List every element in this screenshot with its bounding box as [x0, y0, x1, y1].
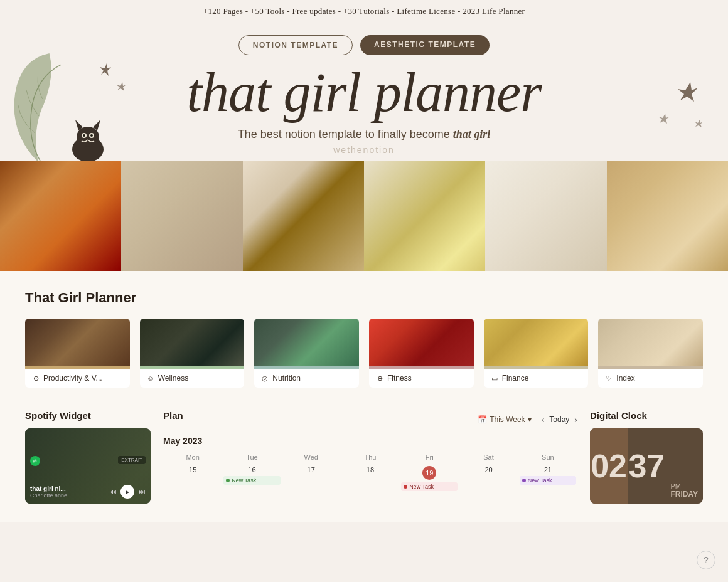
- hero-badges: NOTION TEMPLATE AESTHETIC TEMPLATE: [25, 35, 703, 55]
- event-dot-red: [404, 485, 407, 489]
- day-19-today: 19 New Task: [400, 463, 459, 495]
- svg-point-2: [77, 127, 99, 147]
- clock-minute: 37: [628, 428, 665, 504]
- card-label-productivity: ⊙ Productivity & V...: [25, 369, 130, 388]
- calendar-month: May 2023: [163, 436, 577, 446]
- event-sun[interactable]: New Task: [520, 476, 576, 485]
- calendar-nav: ‹ Today ›: [542, 415, 577, 425]
- main-content: That Girl Planner ⊙ Productivity & V... …: [0, 271, 728, 522]
- card-img-finance: [484, 319, 589, 366]
- card-label-nutrition: ◎ Nutrition: [254, 369, 359, 388]
- day-17: 17: [282, 463, 341, 495]
- extrait-badge: EXTRAIT: [118, 456, 146, 464]
- section-title: That Girl Planner: [25, 290, 703, 306]
- play-button[interactable]: ▶: [120, 485, 134, 499]
- prev-button[interactable]: ⏮: [109, 487, 117, 497]
- aesthetic-template-badge: AESTHETIC TEMPLATE: [360, 35, 490, 55]
- col-sat: Sat: [459, 451, 518, 463]
- spotify-track: that girl ni...: [30, 485, 67, 492]
- help-button[interactable]: ?: [697, 551, 715, 569]
- card-img-index: [598, 319, 703, 366]
- calendar-table: Mon Tue Wed Thu Fri Sat Sun 15: [163, 451, 577, 495]
- col-mon: Mon: [163, 451, 222, 463]
- wellness-icon: ☺: [146, 374, 155, 383]
- today-button[interactable]: Today: [549, 415, 569, 424]
- prev-week-button[interactable]: ‹: [542, 415, 545, 425]
- spotify-controls: ⏮ ▶ ⏭: [109, 485, 146, 499]
- card-wellness[interactable]: ☺ Wellness: [140, 319, 245, 388]
- clock-hour-value: 02: [591, 447, 627, 485]
- next-button[interactable]: ⏭: [138, 487, 146, 497]
- top-bar-text: +120 Pages - +50 Tools - Free updates - …: [203, 6, 525, 16]
- card-label-index: ♡ Index: [598, 369, 703, 388]
- watermark: wethenotion: [25, 145, 703, 155]
- event-dot-purple: [522, 479, 526, 482]
- calendar-icon: 📅: [478, 415, 487, 424]
- sparkles-left: [97, 57, 135, 110]
- spotify-logo-icon: [30, 456, 40, 466]
- card-img-productivity: [25, 319, 130, 366]
- strip-image-3: [243, 161, 364, 271]
- col-wed: Wed: [282, 451, 341, 463]
- strip-image-4: [364, 161, 485, 271]
- strip-image-6: [607, 161, 728, 271]
- card-img-nutrition: [254, 319, 359, 366]
- hero-section: NOTION TEMPLATE AESTHETIC TEMPLATE that …: [0, 23, 728, 161]
- clock-section: Digital Clock 02 37 PM FRIDAY: [590, 410, 703, 504]
- svg-point-8: [90, 134, 93, 137]
- svg-point-7: [83, 134, 85, 137]
- notion-template-badge: NOTION TEMPLATE: [238, 35, 353, 55]
- spotify-header: EXTRAIT: [30, 456, 146, 466]
- clock-info: PM FRIDAY: [665, 428, 703, 504]
- day-20: 20: [459, 463, 518, 495]
- next-week-button[interactable]: ›: [574, 415, 577, 425]
- strip-image-2: [121, 161, 242, 271]
- card-productivity[interactable]: ⊙ Productivity & V...: [25, 319, 130, 388]
- spotify-content: EXTRAIT that girl ni... Charlotte anne ⏮…: [30, 456, 146, 499]
- card-label-wellness: ☺ Wellness: [140, 369, 245, 388]
- strip-image-1: [0, 161, 121, 271]
- clock-day: FRIDAY: [670, 490, 698, 499]
- hero-subtitle: The best notion template to finally beco…: [25, 128, 703, 141]
- sparkles-right: [653, 79, 709, 144]
- event-fri[interactable]: New Task: [401, 482, 458, 491]
- col-fri: Fri: [400, 451, 459, 463]
- plan-title: Plan: [163, 410, 183, 421]
- spotify-info: that girl ni... Charlotte anne ⏮ ▶ ⏭: [30, 485, 146, 499]
- index-icon: ♡: [604, 374, 613, 383]
- col-thu: Thu: [341, 451, 400, 463]
- productivity-icon: ⊙: [31, 374, 40, 383]
- plan-section: Plan 📅 This Week ▾ ‹ Today › May 2023: [163, 410, 577, 504]
- spotify-player[interactable]: EXTRAIT that girl ni... Charlotte anne ⏮…: [25, 428, 151, 504]
- clock-display: 02 37 PM FRIDAY: [590, 428, 703, 504]
- bottom-row: Spotify Widget EXTRAIT: [25, 410, 703, 504]
- card-img-fitness: [369, 319, 474, 366]
- col-tue: Tue: [222, 451, 281, 463]
- card-fitness[interactable]: ⊕ Fitness: [369, 319, 474, 388]
- strip-image-5: [485, 161, 606, 271]
- card-nutrition[interactable]: ◎ Nutrition: [254, 319, 359, 388]
- spotify-widget: Spotify Widget EXTRAIT: [25, 410, 151, 504]
- spotify-artist: Charlotte anne: [30, 492, 67, 499]
- card-label-fitness: ⊕ Fitness: [369, 369, 474, 388]
- clock-ampm: PM: [670, 482, 698, 490]
- clock-title: Digital Clock: [590, 410, 703, 421]
- card-grid: ⊙ Productivity & V... ☺ Wellness ◎ Nutri…: [25, 319, 703, 388]
- day-18: 18: [341, 463, 400, 495]
- card-index[interactable]: ♡ Index: [598, 319, 703, 388]
- day-16: 16 New Task: [222, 463, 281, 495]
- calendar-header-row: Mon Tue Wed Thu Fri Sat Sun: [163, 451, 577, 463]
- this-week-button[interactable]: 📅 This Week ▾: [478, 415, 531, 424]
- card-finance[interactable]: ▭ Finance: [484, 319, 589, 388]
- nutrition-icon: ◎: [260, 374, 269, 383]
- chevron-down-icon: ▾: [528, 415, 532, 424]
- calendar-row: 15 16 New Task 17: [163, 463, 577, 495]
- top-bar: +120 Pages - +50 Tools - Free updates - …: [0, 0, 728, 23]
- day-21: 21 New Task: [518, 463, 577, 495]
- event-tue[interactable]: New Task: [223, 476, 280, 485]
- finance-icon: ▭: [490, 374, 499, 383]
- col-sun: Sun: [518, 451, 577, 463]
- svg-point-9: [32, 458, 38, 464]
- event-dot-green: [226, 479, 230, 482]
- day-15: 15: [163, 463, 222, 495]
